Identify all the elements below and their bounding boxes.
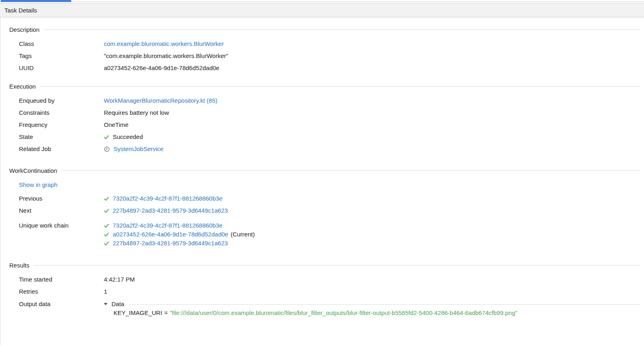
section-results-header: Results xyxy=(9,261,640,269)
chain-item: a0273452-626e-4a06-9d1e-78d6d52dad0e (Cu… xyxy=(104,230,640,239)
section-workcontinuation: WorkContinuation Show in graph Previous … xyxy=(0,166,644,248)
chain-suffix: (Current) xyxy=(231,230,255,239)
success-check-icon xyxy=(104,223,109,228)
data-group-label: Data xyxy=(111,300,124,309)
row-related-job: Related Job SystemJobService xyxy=(0,145,644,153)
chain-work-link[interactable]: 227b4897-2ad3-4281-9579-3d6449c1a623 xyxy=(113,239,228,248)
success-check-icon xyxy=(104,135,109,140)
frequency-value: OneTime xyxy=(104,121,640,129)
row-state: State Succeeded xyxy=(0,133,644,141)
section-results: Results Time started 4:42:17 PM Retries … xyxy=(0,261,644,317)
row-label: Unique work chain xyxy=(19,221,104,230)
next-work-link[interactable]: 227b4897-2ad3-4281-9579-3d6449c1a623 xyxy=(113,207,228,215)
time-started-value: 4:42:17 PM xyxy=(104,276,640,284)
section-rule xyxy=(33,265,640,265)
previous-work-link[interactable]: 7320a2f2-4c39-4c2f-87f1-881268860b3e xyxy=(113,195,223,203)
row-label: Enqueued by xyxy=(19,97,104,105)
success-check-icon xyxy=(104,196,109,201)
section-title: Description xyxy=(9,26,39,33)
active-tab-indicator xyxy=(1,0,71,2)
row-class: Class com.example.bluromatic.workers.Blu… xyxy=(0,40,644,48)
chain-item: 7320a2f2-4c39-4c2f-87f1-881268860b3e xyxy=(104,221,640,230)
section-execution-header: Execution xyxy=(9,82,640,90)
state-value: Succeeded xyxy=(113,133,143,141)
related-job-link[interactable]: SystemJobService xyxy=(114,145,163,153)
section-workcontinuation-header: WorkContinuation xyxy=(9,166,640,174)
section-title: Execution xyxy=(9,83,36,90)
row-label: UUID xyxy=(19,64,104,72)
output-value-string: "file:///data/user/0/com.example.bluroma… xyxy=(170,309,518,316)
row-label: Next xyxy=(19,207,104,215)
row-uuid: UUID a0273452-626e-4a06-9d1e-78d6d52dad0… xyxy=(0,64,644,72)
section-description-header: Description xyxy=(9,25,640,33)
section-description: Description Class com.example.bluromatic… xyxy=(0,25,644,72)
row-time-started: Time started 4:42:17 PM xyxy=(0,276,644,284)
chain-work-link[interactable]: a0273452-626e-4a06-9d1e-78d6d52dad0e xyxy=(113,230,228,239)
row-frequency: Frequency OneTime xyxy=(0,121,644,129)
panel-title: Task Details xyxy=(4,7,37,14)
row-label: Tags xyxy=(19,52,104,60)
row-label: Constraints xyxy=(19,109,104,117)
row-previous: Previous 7320a2f2-4c39-4c2f-87f1-8812688… xyxy=(0,195,644,203)
section-rule xyxy=(43,29,640,30)
chain-work-link[interactable]: 7320a2f2-4c39-4c2f-87f1-881268860b3e xyxy=(113,221,223,230)
output-key-value: KEY_IMAGE_URI="file:///data/user/0/com.e… xyxy=(104,309,517,316)
output-key-name: KEY_IMAGE_URI xyxy=(114,309,162,316)
row-label: State xyxy=(19,133,104,141)
output-data-group: Data xyxy=(104,300,640,309)
show-in-graph-link[interactable]: Show in graph xyxy=(19,181,58,189)
section-title: WorkContinuation xyxy=(9,167,57,174)
row-retries: Retries 1 xyxy=(0,288,644,296)
enqueued-by-link[interactable]: WorkManagerBluromaticRepository.kt (85) xyxy=(104,97,217,105)
section-rule xyxy=(61,170,640,171)
chain-item: 227b4897-2ad3-4281-9579-3d6449c1a623 xyxy=(104,239,640,248)
row-label: Output data xyxy=(19,300,104,309)
equals-sign: = xyxy=(164,309,168,316)
row-output-data: Output data Data KEY_IMAGE_URI="file:///… xyxy=(0,300,644,317)
row-label: Frequency xyxy=(19,121,104,129)
retries-value: 1 xyxy=(104,288,640,296)
success-check-icon xyxy=(104,232,109,237)
row-tags: Tags "com.example.bluromatic.workers.Blu… xyxy=(0,52,644,60)
tags-value: "com.example.bluromatic.workers.BlurWork… xyxy=(104,52,640,60)
panel-header: Task Details xyxy=(0,4,644,17)
success-check-icon xyxy=(104,208,109,213)
row-unique-work-chain: Unique work chain 7320a2f2-4c39-4c2f-87f… xyxy=(0,221,644,248)
row-label: Retries xyxy=(19,288,104,296)
success-check-icon xyxy=(104,241,109,246)
row-label: Previous xyxy=(19,195,104,203)
uuid-value: a0273452-626e-4a06-9d1e-78d6d52dad0e xyxy=(104,64,640,72)
data-group-rule xyxy=(129,304,640,305)
panel-content: Description Class com.example.bluromatic… xyxy=(0,17,644,346)
row-show-in-graph: Show in graph xyxy=(0,181,644,189)
row-label: Related Job xyxy=(19,145,104,153)
clock-icon xyxy=(104,146,110,152)
tab-strip xyxy=(0,0,644,4)
section-title: Results xyxy=(9,262,29,269)
row-next: Next 227b4897-2ad3-4281-9579-3d6449c1a62… xyxy=(0,207,644,215)
constraints-value: Requires battery not low xyxy=(104,109,640,117)
section-execution: Execution Enqueued by WorkManagerBluroma… xyxy=(0,82,644,153)
section-rule xyxy=(40,86,640,87)
row-label: Time started xyxy=(19,276,104,284)
row-constraints: Constraints Requires battery not low xyxy=(0,109,644,117)
tab-strip-divider xyxy=(0,2,644,2)
class-link[interactable]: com.example.bluromatic.workers.BlurWorke… xyxy=(104,40,224,48)
collapse-triangle-icon[interactable] xyxy=(104,303,107,305)
row-label: Class xyxy=(19,40,104,48)
row-enqueued-by: Enqueued by WorkManagerBluromaticReposit… xyxy=(0,97,644,105)
task-details-panel: Task Details Description Class com.examp… xyxy=(0,0,644,346)
